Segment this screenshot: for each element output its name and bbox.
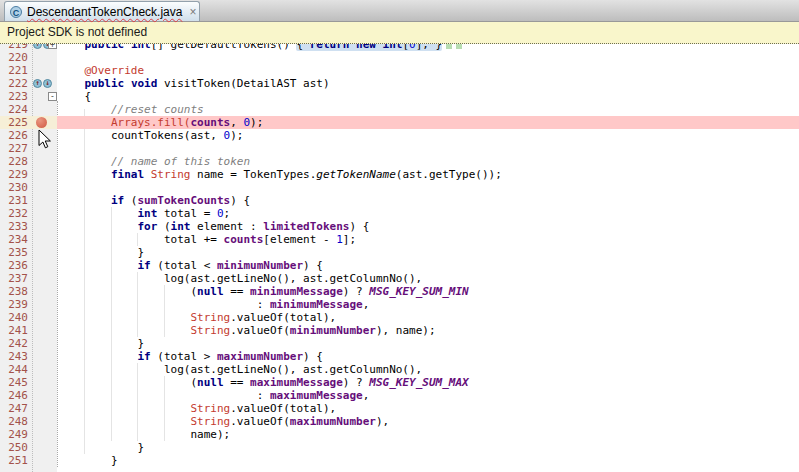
code-line[interactable]: 227 [0,142,799,155]
code-token: String [190,402,230,415]
code-line[interactable]: 241 String.valueOf(minimumNumber), name)… [0,324,799,337]
line-number[interactable]: 240 [0,311,28,324]
code-line[interactable]: 231 if (sumTokenCounts) { [0,194,799,207]
tab-close-icon[interactable]: × [189,6,196,18]
code-line[interactable]: 237 log(ast.getLineNo(), ast.getColumnNo… [0,272,799,285]
code-token: 1 [336,233,343,246]
code-line[interactable]: 239 : minimumMessage, [0,298,799,311]
line-number[interactable]: 226 [0,129,28,142]
line-number[interactable]: 229 [0,168,28,181]
code-token: MSG_KEY_SUM_MIN [369,285,468,298]
code-token: .valueOf(total), [230,311,336,324]
code-line[interactable]: 224 //reset counts [0,103,799,116]
code-line[interactable]: 223- { [0,90,799,103]
code-token: maximumMessage [250,376,343,389]
line-number[interactable]: 234 [0,233,28,246]
code-token: counts [190,116,230,129]
line-number[interactable]: 245 [0,376,28,389]
line-number[interactable]: 241 [0,324,28,337]
code-token: == [224,285,251,298]
code-line[interactable]: 221 @Override [0,64,799,77]
code-token: for [137,220,157,233]
line-number[interactable]: 232 [0,207,28,220]
line-number[interactable]: 236 [0,259,28,272]
code-line[interactable]: 226 countTokens(ast, 0); [0,129,799,142]
override-up-icon[interactable]: ↑ [33,79,42,88]
code-line[interactable]: 247 String.valueOf(total), [0,402,799,415]
line-number[interactable]: 239 [0,298,28,311]
code-line[interactable]: 232 int total = 0; [0,207,799,220]
line-number[interactable]: 237 [0,272,28,285]
code-line[interactable]: 235 } [0,246,799,259]
code-line[interactable]: 222↑↓ public void visitToken(DetailAST a… [0,77,799,90]
code-text: // name of this token [58,155,250,168]
code-line[interactable]: 220 [0,51,799,64]
line-number[interactable]: 231 [0,194,28,207]
code-token: if [111,194,124,207]
breakpoint-icon[interactable] [36,117,47,128]
line-number[interactable]: 247 [0,402,28,415]
code-line[interactable]: 244 log(ast.getLineNo(), ast.getColumnNo… [0,363,799,376]
line-number[interactable]: 251 [0,454,28,467]
code-token: .valueOf( [230,324,290,337]
fold-toggle-icon[interactable]: - [48,92,57,101]
code-token: minimumMessage [250,285,343,298]
code-token [58,220,137,233]
line-number[interactable]: 238 [0,285,28,298]
code-line[interactable]: 233 for (int element : limitedTokens) { [0,220,799,233]
line-number[interactable]: 244 [0,363,28,376]
code-token: String [151,168,191,181]
code-line[interactable]: 228 // name of this token [0,155,799,168]
line-number[interactable]: 250 [0,441,28,454]
code-line[interactable]: 242 } [0,337,799,350]
line-number[interactable]: 221 [0,64,28,77]
code-token: //reset counts [111,103,204,116]
line-number[interactable]: 235 [0,246,28,259]
code-line[interactable]: 234 total += counts[element - 1]; [0,233,799,246]
code-line[interactable]: 238 (null == minimumMessage) ? MSG_KEY_S… [0,285,799,298]
code-editor[interactable]: 219↑↓+ public int[] getDefaultTokens() {… [0,21,799,472]
code-text: String.valueOf(total), [58,311,336,324]
code-token: (ast.getType()); [396,168,502,181]
code-token: ; [224,207,231,220]
line-number[interactable]: 222 [0,77,28,90]
line-number[interactable]: 242 [0,337,28,350]
code-text: if (total < minimumNumber) { [58,259,323,272]
override-down-icon[interactable]: ↓ [43,79,52,88]
file-tab-title: DescendantTokenCheck.java [27,5,182,19]
line-number[interactable]: 246 [0,389,28,402]
line-number[interactable]: 224 [0,103,28,116]
line-number[interactable]: 249 [0,428,28,441]
code-line[interactable]: 240 String.valueOf(total), [0,311,799,324]
code-line[interactable]: 245 (null == maximumMessage) ? MSG_KEY_S… [0,376,799,389]
code-line[interactable]: 243 if (total > maximumNumber) { [0,350,799,363]
code-token [58,350,137,363]
file-tab[interactable]: C DescendantTokenCheck.java × [4,1,200,21]
code-token: ( [58,285,197,298]
code-line[interactable]: 229 final String name = TokenTypes.getTo… [0,168,799,181]
code-line[interactable]: 248 String.valueOf(maximumNumber), [0,415,799,428]
line-number[interactable]: 223 [0,90,28,103]
code-line[interactable]: 250 } [0,441,799,454]
code-text: { [58,90,91,103]
line-number[interactable]: 233 [0,220,28,233]
line-number[interactable]: 225 [0,116,28,129]
code-line[interactable]: 225 Arrays.fill(counts, 0); [0,116,799,129]
line-number[interactable]: 248 [0,415,28,428]
code-token: } [58,337,144,350]
line-number[interactable]: 243 [0,350,28,363]
code-line[interactable]: 246 : maximumMessage, [0,389,799,402]
code-token: sumTokenCounts [137,194,230,207]
code-line[interactable]: 236 if (total < minimumNumber) { [0,259,799,272]
line-number[interactable]: 227 [0,142,28,155]
code-line[interactable]: 249 name); [0,428,799,441]
code-token: if [137,259,150,272]
code-token: } [58,454,118,467]
code-line[interactable]: 230 [0,181,799,194]
line-number[interactable]: 228 [0,155,28,168]
code-line[interactable]: 251 } [0,454,799,467]
line-number[interactable]: 220 [0,51,28,64]
code-text: if (sumTokenCounts) { [58,194,250,207]
code-token [144,168,151,181]
line-number[interactable]: 230 [0,181,28,194]
